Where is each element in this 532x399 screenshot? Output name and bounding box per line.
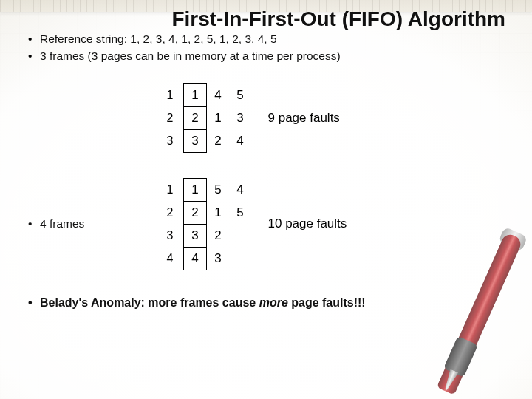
faults-4: 10 page faults: [268, 216, 347, 231]
table-row: 3 3 2 4: [161, 130, 251, 153]
bullet-list: Reference string: 1, 2, 3, 4, 1, 2, 5, 1…: [27, 32, 510, 64]
cell: 4: [229, 178, 251, 201]
table-row: 2 2 1 5: [161, 201, 251, 224]
bullet-3-frames: 3 frames (3 pages can be in memory at a …: [40, 49, 510, 64]
row-index: 2: [161, 107, 184, 130]
table-row: 1 1 5 4: [161, 178, 251, 201]
table-row: 3 3 2: [161, 224, 251, 247]
row-index: 2: [161, 201, 184, 224]
table-row: 1 1 4 5: [161, 84, 251, 107]
cell: 2: [184, 107, 207, 130]
anomaly-lead: Belady's Anomaly: more frames cause: [40, 296, 259, 309]
table-4-frames: 1 1 5 4 2 2 1 5 3 3 2 4: [161, 178, 252, 270]
row-index: 1: [161, 178, 184, 201]
section-3-frames: x 1 1 4 5 2 2 1 3 3 3 2: [22, 78, 510, 159]
table-row: 2 2 1 3: [161, 107, 251, 130]
cell: 1: [184, 84, 207, 107]
faults-3: 9 page faults: [268, 111, 340, 126]
row-index: 3: [161, 224, 184, 247]
table-row: 4 4 3: [161, 247, 251, 270]
cell: 2: [184, 201, 207, 224]
cell: 3: [184, 224, 207, 247]
cell: 5: [229, 84, 251, 107]
anomaly-tail: page faults!!!: [288, 296, 366, 309]
cell: 5: [207, 178, 230, 201]
label-4-frames: 4 frames: [22, 217, 161, 231]
bullet-ref-label: Reference string:: [40, 33, 130, 45]
belady-anomaly: Belady's Anomaly: more frames cause more…: [22, 296, 510, 310]
slide-title: First-In-First-Out (FIFO) Algorithm: [22, 7, 510, 30]
bullet-ref-value: 1, 2, 3, 4, 1, 2, 5, 1, 2, 3, 4, 5: [130, 33, 276, 45]
cell: 1: [207, 107, 230, 130]
cell: [229, 247, 251, 270]
cell: 4: [207, 84, 230, 107]
cell: 1: [184, 178, 207, 201]
cell: 3: [229, 107, 251, 130]
cell: 5: [229, 201, 251, 224]
row-index: 3: [161, 130, 184, 153]
cell: 1: [207, 201, 230, 224]
anomaly-emph: more: [259, 296, 288, 309]
bullet-reference-string: Reference string: 1, 2, 3, 4, 1, 2, 5, 1…: [40, 32, 510, 47]
slide-content: First-In-First-Out (FIFO) Algorithm Refe…: [0, 0, 532, 399]
cell: 4: [184, 247, 207, 270]
row-index: 1: [161, 84, 184, 107]
row-index: 4: [161, 247, 184, 270]
cell: 2: [207, 130, 230, 153]
cell: [229, 224, 251, 247]
section-4-frames: 4 frames 1 1 5 4 2 2 1 5 3 3 2: [22, 172, 510, 276]
cell: 3: [207, 247, 230, 270]
table-3-frames: 1 1 4 5 2 2 1 3 3 3 2 4: [161, 83, 252, 153]
cell: 3: [184, 130, 207, 153]
cell: 4: [229, 130, 251, 153]
cell: 2: [207, 224, 230, 247]
